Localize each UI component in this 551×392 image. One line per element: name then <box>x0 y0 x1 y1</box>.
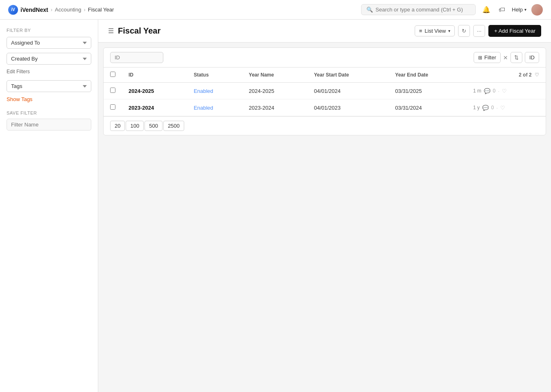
brand-name: iVendNext <box>20 7 48 13</box>
main-content: ☰ Fiscal Year ≡ List View ▾ ↻ ··· + Add … <box>98 20 551 392</box>
row-1-time: 1 m <box>473 88 481 94</box>
row-1-year-end: 03/31/2025 <box>388 83 466 99</box>
list-view-chevron-icon: ▾ <box>448 29 450 33</box>
filter-name-input[interactable] <box>7 119 91 131</box>
sort-icon: ⇅ <box>514 54 519 61</box>
heart-header-icon[interactable]: ♡ <box>535 72 539 78</box>
brand-logo-area[interactable]: iV iVendNext <box>8 5 48 15</box>
page-size-500[interactable]: 500 <box>145 121 163 131</box>
row-2-id: 2023-2024 <box>122 99 187 116</box>
user-avatar[interactable] <box>531 4 543 16</box>
row-1-id: 2024-2025 <box>122 83 187 99</box>
row-2-status-badge: Enabled <box>194 105 213 111</box>
breadcrumb-fiscal-year: Fiscal Year <box>88 7 114 13</box>
row-1-id-link[interactable]: 2024-2025 <box>129 88 154 94</box>
list-view-icon: ≡ <box>419 28 422 34</box>
close-filter-button[interactable]: ✕ <box>503 54 508 61</box>
row-2-status: Enabled <box>187 99 242 116</box>
row-1-actions-group: 1 m 💬 0 · ♡ <box>473 88 539 94</box>
pagination-bar: 20 100 500 2500 <box>104 116 546 135</box>
row-1-like-icon[interactable]: ♡ <box>502 88 507 94</box>
tags-nav-icon[interactable]: 🏷 <box>497 5 507 15</box>
row-1-actions: 1 m 💬 0 · ♡ <box>467 83 546 99</box>
row-2-year-end: 03/31/2024 <box>388 99 466 116</box>
table-header-row: ID Status Year Name Year Start Date <box>104 68 546 83</box>
breadcrumb-sep-2: › <box>84 7 85 13</box>
table-row: 2023-2024 Enabled 2023-2024 04/01/2023 0… <box>104 99 546 116</box>
row-2-comment-icon[interactable]: 💬 <box>482 105 489 111</box>
id-search-input[interactable] <box>110 52 163 63</box>
top-navigation: iV iVendNext › Accounting › Fiscal Year … <box>0 0 551 20</box>
filter-icon: ⊞ <box>478 55 482 61</box>
sidebar: Filter By Assigned To Created By Edit Fi… <box>0 20 98 392</box>
row-1-comment-count: 0 <box>493 88 496 94</box>
list-view-button[interactable]: ≡ List View ▾ <box>415 25 455 36</box>
breadcrumb-sep-1: › <box>51 7 52 13</box>
global-search-bar[interactable]: 🔍 <box>361 4 476 15</box>
header-status: Status <box>187 68 242 83</box>
brand-logo-icon: iV <box>8 5 18 15</box>
row-1-year-name: 2024-2025 <box>242 83 307 99</box>
header-count: 2 of 2 ♡ <box>467 68 546 83</box>
page-header-left: ☰ Fiscal Year <box>108 26 160 36</box>
select-all-checkbox[interactable] <box>110 72 115 77</box>
add-fiscal-year-button[interactable]: + Add Fiscal Year <box>488 25 541 37</box>
row-2-year-start: 04/01/2023 <box>307 99 388 116</box>
more-options-button[interactable]: ··· <box>473 25 485 37</box>
row-1-dot-sep: · <box>498 88 499 94</box>
row-2-actions: 1 y 💬 0 · ♡ <box>467 99 546 116</box>
help-label: Help <box>512 7 523 13</box>
row-1-status-badge: Enabled <box>194 88 213 94</box>
page-header: ☰ Fiscal Year ≡ List View ▾ ↻ ··· + Add … <box>98 20 551 43</box>
row-2-dot-sep: · <box>496 105 498 111</box>
refresh-button[interactable]: ↻ <box>458 25 470 37</box>
header-id: ID <box>122 68 187 83</box>
help-button[interactable]: Help ▾ <box>512 7 526 13</box>
page-layout: Filter By Assigned To Created By Edit Fi… <box>0 20 551 392</box>
table-area: ⊞ Filter ✕ ⇅ ID <box>98 43 551 392</box>
refresh-icon: ↻ <box>462 28 466 34</box>
hamburger-button[interactable]: ☰ <box>108 27 114 35</box>
topnav-right: 🔍 🔔 🏷 Help ▾ <box>361 4 543 16</box>
page-size-100[interactable]: 100 <box>126 121 144 131</box>
page-size-2500[interactable]: 2500 <box>163 121 184 131</box>
row-2-id-link[interactable]: 2023-2024 <box>129 105 154 111</box>
created-by-select[interactable]: Created By <box>7 53 91 65</box>
close-icon: ✕ <box>503 54 508 61</box>
row-1-year-start: 04/01/2024 <box>307 83 388 99</box>
row-2-checkbox[interactable] <box>110 104 115 110</box>
row-2-comment-count: 0 <box>491 105 494 110</box>
page-title: Fiscal Year <box>118 26 160 36</box>
row-1-comment-icon[interactable]: 💬 <box>484 88 490 94</box>
avatar-image <box>531 4 543 16</box>
table-container: ⊞ Filter ✕ ⇅ ID <box>103 47 546 135</box>
sort-button[interactable]: ⇅ <box>510 52 522 63</box>
row-2-year-name: 2023-2024 <box>242 99 307 116</box>
search-icon: 🔍 <box>366 7 373 13</box>
list-view-label: List View <box>425 28 446 34</box>
header-year-start-date: Year Start Date <box>307 68 388 83</box>
column-id-button[interactable]: ID <box>525 52 539 63</box>
table-toolbar: ⊞ Filter ✕ ⇅ ID <box>104 48 546 68</box>
filter-button[interactable]: ⊞ Filter <box>474 52 501 63</box>
header-year-end-date: Year End Date <box>388 68 466 83</box>
page-header-right: ≡ List View ▾ ↻ ··· + Add Fiscal Year <box>415 25 541 37</box>
tags-select[interactable]: Tags <box>7 80 91 92</box>
row-1-checkbox[interactable] <box>110 88 115 93</box>
search-input[interactable] <box>375 7 470 13</box>
breadcrumb-accounting[interactable]: Accounting <box>55 7 81 13</box>
page-size-20[interactable]: 20 <box>110 121 125 131</box>
row-2-like-icon[interactable]: ♡ <box>500 105 505 111</box>
edit-filters-link[interactable]: Edit Filters <box>7 69 91 74</box>
notifications-icon[interactable]: 🔔 <box>481 4 492 15</box>
row-1-status: Enabled <box>187 83 242 99</box>
toolbar-right: ⊞ Filter ✕ ⇅ ID <box>474 52 539 63</box>
show-tags-link[interactable]: Show Tags <box>7 96 91 102</box>
topnav-left: iV iVendNext › Accounting › Fiscal Year <box>8 5 114 15</box>
header-checkbox-cell <box>104 68 122 83</box>
assigned-to-select[interactable]: Assigned To <box>7 37 91 49</box>
filter-by-label: Filter By <box>7 28 91 33</box>
row-1-checkbox-cell <box>104 83 122 99</box>
fiscal-year-table: ID Status Year Name Year Start Date <box>104 68 546 116</box>
header-year-name: Year Name <box>242 68 307 83</box>
